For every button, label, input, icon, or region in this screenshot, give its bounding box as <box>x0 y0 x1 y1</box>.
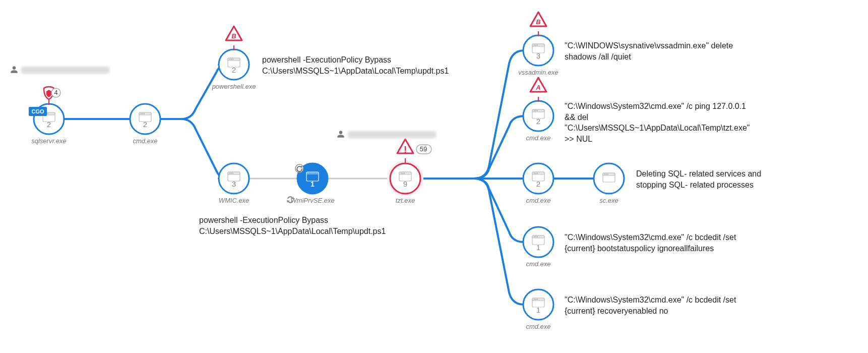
node-sc[interactable]: sc.exe <box>594 163 624 204</box>
badge-count: 4 <box>54 89 57 96</box>
node-cmd-bcd2[interactable]: 1 cmd.exe <box>523 289 553 330</box>
node-sqlservr[interactable]: 2 sqlservr.exe CGO 4 <box>29 87 67 145</box>
node-label: WMIC.exe <box>219 197 250 204</box>
desc-sc: Deleting SQL- related services and stopp… <box>636 168 787 190</box>
node-count: 9 <box>403 180 407 188</box>
node-cmd-bcd1[interactable]: 1 cmd.exe <box>523 227 553 268</box>
node-wmic[interactable]: 3 WMIC.exe <box>219 163 250 204</box>
node-label: cmd.exe <box>526 197 550 204</box>
node-powershell[interactable]: 2 powershell.exe B <box>212 26 256 90</box>
node-count: 2 <box>536 117 540 126</box>
desc-cmd-bcd2: "C:\Windows\System32\cmd.exe" /c bcdedit… <box>565 295 766 316</box>
svg-text:B: B <box>536 18 540 26</box>
edge <box>160 65 228 119</box>
desc-cmd-bcd1: "C:\Windows\System32\cmd.exe" /c bcdedit… <box>565 232 766 254</box>
edge <box>420 179 524 242</box>
user-label-redacted <box>21 67 109 74</box>
warning-triangle-icon: B <box>226 26 242 50</box>
node-label: sc.exe <box>599 197 618 204</box>
svg-text:CGO: CGO <box>31 108 44 114</box>
node-cmd-ping[interactable]: 2 cmd.exe A <box>523 78 553 142</box>
node-wmiprv[interactable]: 1 WmiPrvSE.exe <box>287 163 335 204</box>
node-count: 2 <box>232 66 236 74</box>
shield-icon: 4 <box>44 87 60 105</box>
node-label: WmiPrvSE.exe <box>290 197 334 204</box>
back-arrow-icon <box>295 164 303 172</box>
desc-powershell-top: powershell -ExecutionPolicy Bypass C:\Us… <box>262 54 474 76</box>
node-label: cmd.exe <box>526 260 550 268</box>
user-icon <box>10 66 18 74</box>
node-label: cmd.exe <box>133 137 157 145</box>
svg-text:!: ! <box>404 145 407 155</box>
node-count: 2 <box>143 120 147 129</box>
tag-cgo: CGO <box>29 107 47 116</box>
node-label: cmd.exe <box>526 323 550 330</box>
warning-triangle-icon: ! 59 <box>397 139 431 163</box>
edge <box>420 116 524 179</box>
desc-cmd-ping: "C:\Windows\System32\cmd.exe" /c ping 12… <box>565 101 751 144</box>
svg-rect-18 <box>306 172 319 174</box>
node-count: 3 <box>232 180 236 188</box>
node-cmd-sc[interactable]: 2 cmd.exe <box>523 163 553 204</box>
node-tzt[interactable]: 9 tzt.exe ! 59 <box>387 139 431 204</box>
svg-text:A: A <box>535 84 540 91</box>
node-count: 1 <box>311 180 315 188</box>
node-count: 2 <box>47 120 51 129</box>
badge-count: 59 <box>420 145 427 153</box>
svg-text:B: B <box>231 32 236 40</box>
node-count: 1 <box>536 306 540 314</box>
node-label: vssadmin.exe <box>518 69 558 76</box>
node-count: 3 <box>536 51 540 60</box>
node-label: tzt.exe <box>396 197 415 204</box>
node-vssadmin[interactable]: 3 vssadmin.exe B <box>518 12 558 76</box>
edge <box>420 179 524 305</box>
warning-triangle-icon: A <box>530 78 546 102</box>
node-label: powershell.exe <box>212 83 256 90</box>
desc-powershell-bottom: powershell -ExecutionPolicy Bypass C:\Us… <box>199 215 416 237</box>
warning-triangle-icon: B <box>530 12 546 36</box>
edge <box>160 119 228 179</box>
node-label: sqlservr.exe <box>31 137 67 145</box>
user-icon <box>337 130 345 138</box>
node-count: 1 <box>536 243 540 252</box>
user-label-redacted <box>348 131 436 138</box>
desc-vssadmin: "C:\WINDOWS\sysnative\vssadmin.exe" dele… <box>565 40 746 62</box>
node-count: 2 <box>536 180 540 188</box>
node-label: cmd.exe <box>526 134 550 142</box>
node-cmd-root[interactable]: 2 cmd.exe <box>130 104 160 145</box>
